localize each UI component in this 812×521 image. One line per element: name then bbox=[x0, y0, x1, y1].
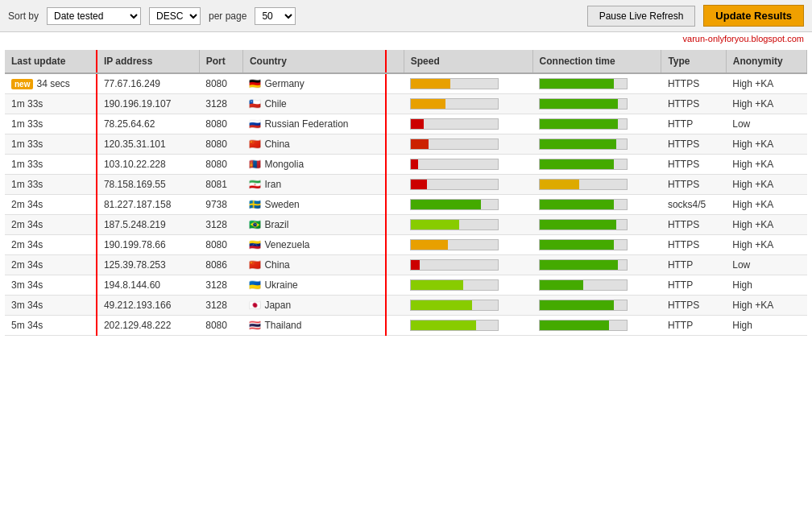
cell-speed bbox=[404, 134, 532, 155]
col-header-port: Port bbox=[199, 50, 242, 73]
cell-speed bbox=[404, 114, 532, 134]
flag-icon: 🇯🇵 bbox=[249, 300, 261, 311]
cell-conn-time bbox=[532, 73, 661, 94]
cell-country: 🇩🇪Germany bbox=[242, 73, 386, 94]
cell-ip: 202.129.48.222 bbox=[97, 316, 199, 336]
conn-bar-fill bbox=[540, 240, 614, 250]
cell-empty bbox=[386, 255, 404, 275]
col-header-empty bbox=[386, 50, 404, 73]
conn-bar-fill bbox=[540, 159, 614, 169]
cell-country: 🇧🇷Brazil bbox=[242, 215, 386, 235]
cell-country: 🇨🇳China bbox=[242, 255, 386, 275]
cell-type: HTTPS bbox=[661, 296, 726, 316]
cell-type: socks4/5 bbox=[661, 195, 726, 215]
cell-port: 3128 bbox=[199, 296, 242, 316]
speed-bar bbox=[410, 118, 499, 130]
conn-bar bbox=[539, 279, 628, 291]
cell-ip: 120.35.31.101 bbox=[97, 134, 199, 155]
cell-speed bbox=[404, 215, 532, 235]
flag-icon: 🇨🇱 bbox=[249, 98, 261, 110]
cell-anonymity: High +KA bbox=[726, 73, 806, 94]
cell-conn-time bbox=[532, 235, 661, 255]
cell-last-update: 1m 33s bbox=[5, 134, 97, 155]
cell-country: 🇨🇱Chile bbox=[242, 94, 386, 114]
cell-conn-time bbox=[532, 275, 661, 296]
per-page-label: per page bbox=[209, 10, 246, 22]
speed-bar-fill bbox=[411, 260, 420, 270]
cell-conn-time bbox=[532, 155, 661, 175]
flag-icon: 🇹🇭 bbox=[249, 320, 261, 331]
cell-ip: 78.25.64.62 bbox=[97, 114, 199, 134]
per-page-select[interactable]: 50 20 100 bbox=[255, 7, 296, 25]
speed-bar bbox=[410, 139, 499, 150]
flag-icon: 🇨🇳 bbox=[249, 259, 261, 271]
cell-country: 🇨🇳China bbox=[242, 134, 386, 155]
speed-bar-fill bbox=[411, 240, 447, 250]
cell-port: 3128 bbox=[199, 94, 242, 114]
cell-conn-time bbox=[532, 134, 661, 155]
cell-anonymity: High +KA bbox=[726, 215, 806, 235]
update-results-button[interactable]: Update Results bbox=[703, 5, 804, 27]
cell-last-update: 3m 34s bbox=[5, 275, 97, 296]
cell-country: 🇻🇪Venezuela bbox=[242, 235, 386, 255]
col-header-ip: IP address bbox=[97, 50, 199, 73]
conn-bar-fill bbox=[540, 99, 618, 109]
cell-type: HTTP bbox=[661, 275, 726, 296]
table-header-row: Last update IP address Port Country Spee… bbox=[5, 50, 807, 73]
cell-anonymity: High +KA bbox=[726, 235, 806, 255]
pause-live-refresh-button[interactable]: Pause Live Refresh bbox=[587, 6, 696, 27]
cell-type: HTTPS bbox=[661, 235, 726, 255]
cell-type: HTTPS bbox=[661, 215, 726, 235]
table-row: 2m 34s187.5.248.2193128🇧🇷BrazilHTTPSHigh… bbox=[5, 215, 807, 235]
conn-bar bbox=[539, 239, 628, 250]
cell-anonymity: High +KA bbox=[726, 195, 806, 215]
cell-port: 8080 bbox=[199, 114, 242, 134]
cell-ip: 81.227.187.158 bbox=[97, 195, 199, 215]
speed-bar bbox=[410, 159, 499, 170]
cell-ip: 187.5.248.219 bbox=[97, 215, 199, 235]
speed-bar bbox=[410, 239, 499, 250]
speed-bar-fill bbox=[411, 119, 424, 129]
cell-ip: 190.199.78.66 bbox=[97, 235, 199, 255]
cell-country: 🇷🇺Russian Federation bbox=[242, 114, 386, 134]
speed-bar-fill bbox=[411, 139, 429, 149]
speed-bar bbox=[410, 98, 499, 110]
conn-bar bbox=[539, 98, 628, 110]
cell-last-update: 3m 34s bbox=[5, 296, 97, 316]
sort-by-select[interactable]: Date tested IP address Port Country Spee… bbox=[47, 7, 141, 25]
cell-country: 🇲🇳Mongolia bbox=[242, 155, 386, 175]
col-header-anonymity: Anonymity bbox=[726, 50, 806, 73]
cell-empty bbox=[386, 114, 404, 134]
speed-bar-fill bbox=[411, 180, 426, 189]
table-row: 5m 34s202.129.48.2228080🇹🇭ThailandHTTPHi… bbox=[5, 316, 807, 336]
cell-anonymity: High +KA bbox=[726, 155, 806, 175]
table-row: new34 secs77.67.16.2498080🇩🇪GermanyHTTPS… bbox=[5, 73, 807, 94]
cell-empty bbox=[386, 296, 404, 316]
cell-empty bbox=[386, 175, 404, 195]
speed-bar-fill bbox=[411, 320, 476, 330]
conn-bar-fill bbox=[540, 139, 616, 149]
cell-empty bbox=[386, 155, 404, 175]
cell-anonymity: High +KA bbox=[726, 296, 806, 316]
cell-anonymity: High +KA bbox=[726, 94, 806, 114]
cell-speed bbox=[404, 275, 532, 296]
conn-bar-fill bbox=[540, 79, 614, 89]
cell-country: 🇮🇷Iran bbox=[242, 175, 386, 195]
cell-port: 8080 bbox=[199, 235, 242, 255]
cell-speed bbox=[404, 296, 532, 316]
speed-bar-fill bbox=[411, 200, 480, 209]
cell-port: 8080 bbox=[199, 155, 242, 175]
speed-bar-fill bbox=[411, 280, 463, 290]
conn-bar bbox=[539, 118, 628, 130]
cell-conn-time bbox=[532, 114, 661, 134]
cell-ip: 78.158.169.55 bbox=[97, 175, 199, 195]
cell-empty bbox=[386, 73, 404, 94]
flag-icon: 🇻🇪 bbox=[249, 239, 261, 250]
conn-bar bbox=[539, 259, 628, 271]
cell-speed bbox=[404, 195, 532, 215]
order-select[interactable]: DESC ASC bbox=[149, 7, 201, 25]
cell-last-update: 2m 34s bbox=[5, 215, 97, 235]
flag-icon: 🇧🇷 bbox=[249, 219, 261, 230]
table-row: 1m 33s78.158.169.558081🇮🇷IranHTTPSHigh +… bbox=[5, 175, 807, 195]
col-header-last-update: Last update bbox=[5, 50, 97, 73]
